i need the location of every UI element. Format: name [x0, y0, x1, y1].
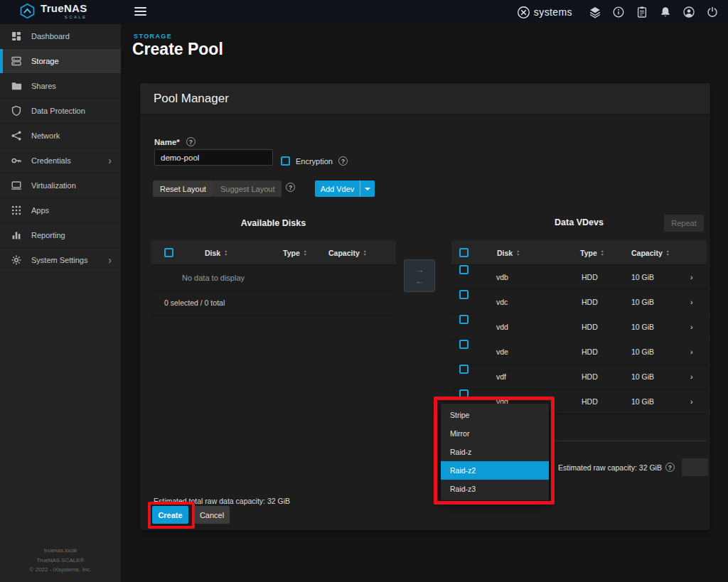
power-icon[interactable]: [706, 6, 719, 18]
sort-icon: [363, 249, 367, 256]
sidebar-item-data-protection[interactable]: Data Protection: [0, 99, 121, 124]
add-vdev-caret[interactable]: [360, 188, 375, 190]
column-header-disk[interactable]: Disk: [205, 240, 228, 265]
disk-cell: vde: [496, 340, 508, 365]
sidebar-item-dashboard[interactable]: Dashboard: [0, 24, 121, 49]
key-icon: [11, 155, 22, 166]
encryption-row: Encryption: [281, 153, 348, 169]
sidebar-item-system-settings[interactable]: System Settings: [0, 248, 121, 273]
row-checkbox[interactable]: [459, 389, 469, 399]
sidebar-item-virtualization[interactable]: Virtualization: [0, 173, 121, 198]
layout-help-icon[interactable]: [286, 183, 295, 192]
cancel-button[interactable]: Cancel: [194, 506, 230, 524]
column-header-capacity[interactable]: Capacity: [328, 240, 367, 265]
capacity-cell: 10 GiB: [631, 389, 654, 414]
select-all-checkbox[interactable]: [164, 248, 173, 257]
move-disks-button[interactable]: [404, 259, 435, 292]
chevron-right-icon[interactable]: [690, 290, 693, 315]
encryption-label: Encryption: [296, 157, 333, 166]
arrow-left-icon: [415, 276, 424, 286]
notifications-icon[interactable]: [659, 6, 672, 18]
dashboard-icon: [11, 31, 22, 42]
encryption-help-icon[interactable]: [338, 156, 348, 166]
page-title: Create Pool: [132, 40, 223, 59]
chevron-right-icon[interactable]: [690, 315, 693, 340]
empty-table-message: No data to display: [151, 265, 396, 291]
pool-name-input[interactable]: [154, 149, 273, 166]
chevron-right-icon[interactable]: [690, 389, 693, 414]
table-row[interactable]: vdc HDD 10 GiB: [451, 290, 707, 315]
network-icon: [11, 130, 22, 141]
row-checkbox[interactable]: [459, 365, 469, 374]
chevron-right-icon: [108, 255, 121, 265]
info-icon[interactable]: [612, 6, 625, 18]
account-icon[interactable]: [682, 6, 695, 18]
arrow-right-icon: [415, 265, 424, 275]
suggest-layout-button[interactable]: Suggest Layout: [213, 180, 282, 197]
available-disks-title: Available Disks: [151, 218, 396, 228]
name-field-label-row: Name*: [154, 137, 196, 146]
chevron-right-icon[interactable]: [690, 265, 693, 290]
row-checkbox[interactable]: [459, 265, 469, 274]
sort-icon: [304, 249, 307, 256]
breadcrumb[interactable]: STORAGE: [134, 33, 172, 40]
row-checkbox[interactable]: [459, 315, 469, 324]
available-disks-table: Disk Type Capacity No data to display 0 …: [151, 240, 396, 316]
sidebar: Dashboard Storage Shares Data Protection…: [0, 24, 121, 582]
card-title: Pool Manager: [140, 83, 710, 114]
column-header-disk[interactable]: Disk: [497, 240, 520, 265]
sidebar-item-storage[interactable]: Storage: [0, 49, 121, 74]
sidebar-item-credentials[interactable]: Credentials: [0, 149, 121, 173]
sidebar-item-network[interactable]: Network: [0, 124, 121, 149]
reset-layout-button[interactable]: Reset Layout: [153, 180, 213, 197]
tasks-icon[interactable]: [636, 6, 648, 18]
apps-grid-icon: [11, 205, 22, 216]
sidebar-item-label: Storage: [31, 57, 59, 65]
vdev-action-button[interactable]: [682, 458, 708, 476]
disk-cell: vdd: [496, 315, 508, 340]
menu-item-raidz3[interactable]: Raid-z3: [441, 480, 549, 498]
column-header-type[interactable]: Type: [580, 240, 604, 265]
column-header-type[interactable]: Type: [283, 240, 307, 265]
sort-icon: [601, 249, 604, 256]
menu-toggle-icon[interactable]: [134, 7, 146, 16]
shield-icon: [11, 105, 22, 117]
sidebar-item-label: Apps: [31, 206, 49, 215]
repeat-button[interactable]: Repeat: [664, 215, 704, 232]
encryption-checkbox[interactable]: [281, 156, 290, 166]
menu-item-stripe[interactable]: Stripe: [441, 406, 549, 424]
capacity-cell: 10 GiB: [631, 340, 654, 365]
folder-icon: [11, 80, 22, 92]
bar-chart-icon: [11, 230, 22, 241]
table-row[interactable]: vde HDD 10 GiB: [451, 340, 707, 365]
table-row[interactable]: vdd HDD 10 GiB: [451, 315, 707, 340]
table-row[interactable]: vdf HDD 10 GiB: [451, 365, 707, 389]
sidebar-item-reporting[interactable]: Reporting: [0, 223, 121, 248]
menu-item-mirror[interactable]: Mirror: [441, 424, 549, 443]
menu-item-raidz[interactable]: Raid-z: [441, 443, 549, 461]
layers-icon[interactable]: [589, 6, 601, 18]
sidebar-item-shares[interactable]: Shares: [0, 74, 121, 99]
row-checkbox[interactable]: [459, 290, 469, 299]
estimated-raw-capacity: Estimated raw capacity: 32 GiB: [558, 463, 675, 472]
column-header-capacity[interactable]: Capacity: [631, 240, 670, 265]
logo-title: TrueNAS: [41, 3, 87, 14]
add-vdev-button[interactable]: Add Vdev: [315, 180, 375, 197]
menu-item-raidz2[interactable]: Raid-z2: [441, 461, 549, 480]
chevron-right-icon[interactable]: [690, 340, 693, 365]
truenas-logo[interactable]: TrueNAS SCALE: [19, 3, 87, 19]
capacity-help-icon[interactable]: [665, 463, 675, 472]
table-row[interactable]: vdb HDD 10 GiB: [451, 265, 707, 290]
sidebar-item-label: Virtualization: [31, 181, 76, 190]
product-text: TrueNAS SCALE®: [0, 556, 121, 566]
truenas-logo-icon: [19, 3, 36, 19]
pool-manager-card: Pool Manager Name* Encryption Reset Layo…: [140, 83, 710, 530]
name-help-icon[interactable]: [186, 137, 196, 146]
create-button[interactable]: Create: [152, 506, 188, 524]
select-all-checkbox[interactable]: [459, 248, 469, 257]
chevron-right-icon[interactable]: [690, 365, 693, 389]
sidebar-item-apps[interactable]: Apps: [0, 198, 121, 223]
storage-icon: [11, 55, 22, 67]
sidebar-footer: truenas.local TrueNAS SCALE® © 2022 - iX…: [0, 546, 121, 575]
row-checkbox[interactable]: [459, 340, 469, 349]
